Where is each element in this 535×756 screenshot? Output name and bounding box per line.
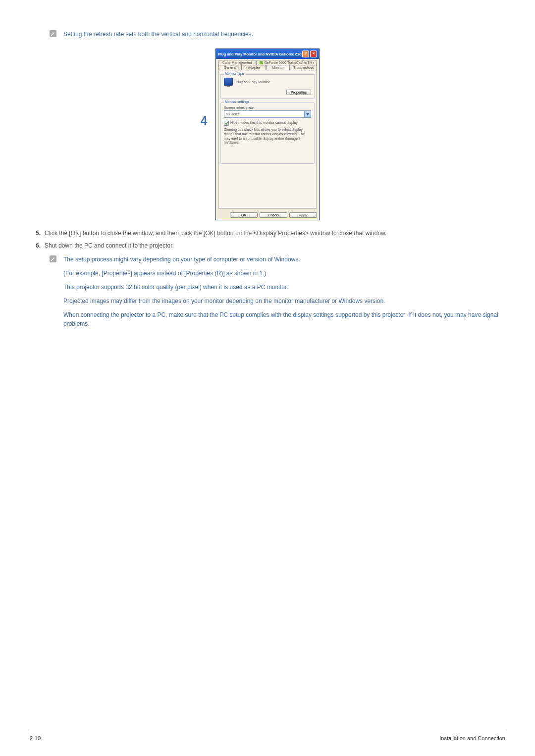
monitor-properties-dialog: Plug and Play Monitor and NVIDIA GeForce… <box>215 49 320 220</box>
refresh-rate-dropdown[interactable]: 60 Hertz <box>224 110 311 118</box>
note-1-text: Setting the refresh rate sets both the v… <box>63 30 253 39</box>
note-2-p3: This projector supports 32 bit color qua… <box>63 283 505 292</box>
pencil-note-icon <box>50 30 56 37</box>
callout-number-4: 4 <box>201 114 207 128</box>
refresh-rate-label: Screen refresh rate: <box>224 106 311 109</box>
groupbox-monitor-settings: Monitor settings Screen refresh rate: 60… <box>220 102 315 164</box>
hide-modes-label: Hide modes that this monitor cannot disp… <box>230 121 298 124</box>
hide-modes-checkbox[interactable] <box>224 121 229 126</box>
step-5: 5. Click the [OK] button to close the wi… <box>30 229 505 238</box>
info-note-1: Setting the refresh rate sets both the v… <box>50 30 505 44</box>
info-note-2: The setup process might vary depending o… <box>50 255 505 333</box>
note-2-p1: The setup process might vary depending o… <box>63 255 505 264</box>
step-6: 6. Shut down the PC and connect it to th… <box>30 242 505 250</box>
hide-modes-description: Clearing this check box allows you to se… <box>224 128 311 145</box>
step-5-number: 5. <box>30 229 45 238</box>
help-button[interactable]: ? <box>302 50 309 57</box>
note-2-p2: (For example, [Properties] appears inste… <box>63 269 505 278</box>
apply-button[interactable]: Apply <box>289 212 317 218</box>
tab-color-management[interactable]: Color Management <box>218 60 256 65</box>
page-footer: 2-10 Installation and Connection <box>30 731 505 741</box>
properties-button[interactable]: Properties <box>286 90 311 95</box>
groupbox-monitor-type: Monitor type Plug and Play Monitor Prope… <box>220 74 315 99</box>
tab-general[interactable]: General <box>218 65 242 70</box>
step-5-text: Click the [OK] button to close the windo… <box>45 229 386 238</box>
page-number: 2-10 <box>30 735 41 741</box>
ok-button[interactable]: OK <box>230 212 258 218</box>
chevron-down-icon <box>304 111 311 117</box>
close-button[interactable]: × <box>310 50 317 57</box>
cancel-button[interactable]: Cancel <box>260 212 287 218</box>
monitor-icon <box>224 78 233 86</box>
dialog-screenshot-container: 4 Plug and Play Monitor and NVIDIA GeFor… <box>30 49 505 220</box>
nvidia-icon <box>260 61 263 64</box>
pencil-note-icon <box>50 255 56 262</box>
step-6-number: 6. <box>30 242 45 250</box>
refresh-rate-value: 60 Hertz <box>224 112 304 116</box>
note-2-p5: When connecting the projector to a PC, m… <box>63 310 505 328</box>
monitor-type-legend: Monitor type <box>224 72 245 75</box>
dialog-title: Plug and Play Monitor and NVIDIA GeForce… <box>218 52 302 56</box>
tab-geforce[interactable]: GeForce 6200 TurboCache(TM) <box>256 60 317 65</box>
tab-troubleshoot[interactable]: Troubleshoot <box>290 65 317 70</box>
note-2-p4: Projected images may differ from the ima… <box>63 297 505 305</box>
monitor-settings-legend: Monitor settings <box>224 100 250 103</box>
step-6-text: Shut down the PC and connect it to the p… <box>45 242 174 250</box>
tab-adapter[interactable]: Adapter <box>242 65 266 70</box>
tab-geforce-label: GeForce 6200 TurboCache(TM) <box>264 61 314 64</box>
chapter-title: Installation and Connection <box>439 735 505 741</box>
tab-monitor[interactable]: Monitor <box>266 65 290 70</box>
dialog-titlebar: Plug and Play Monitor and NVIDIA GeForce… <box>216 49 319 59</box>
monitor-name: Plug and Play Monitor <box>236 80 269 84</box>
